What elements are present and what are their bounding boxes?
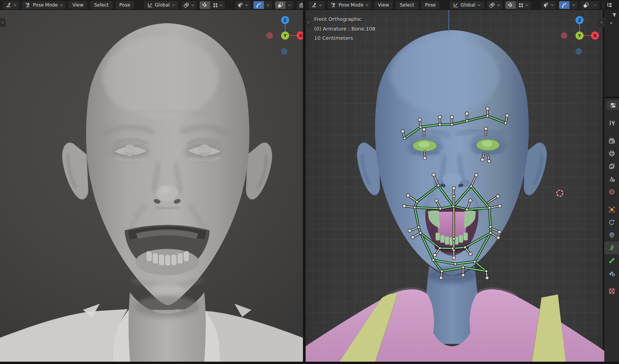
axis-x-ball[interactable]: X: [591, 32, 599, 40]
menu-select[interactable]: Select: [90, 1, 112, 9]
bone-constraints-tab-icon: [609, 270, 615, 277]
render-tab-icon: [609, 138, 615, 144]
status-bar-strip: [0, 362, 619, 364]
axis-minus-z-ball[interactable]: [281, 48, 288, 55]
overlays-dropdown[interactable]: [591, 1, 599, 9]
axis-z-ball[interactable]: Z: [576, 16, 584, 24]
gizmos-toggle[interactable]: [559, 1, 569, 9]
orientation-dropdown[interactable]: Global: [450, 1, 484, 9]
chevron-down-icon: [191, 4, 195, 7]
snap-target-dropdown[interactable]: [516, 1, 531, 9]
properties-tab-world[interactable]: [604, 185, 619, 198]
snap-group: [200, 1, 225, 9]
mode-dropdown[interactable]: Pose Mode: [328, 1, 371, 9]
gizmos-group: [559, 1, 578, 9]
properties-tab-bone[interactable]: [604, 254, 619, 267]
orientation-label: Global: [155, 2, 169, 8]
outliner-header: [604, 0, 619, 10]
navigation-gizmo[interactable]: Z Y X: [560, 14, 599, 55]
properties-tab-view-layer[interactable]: [604, 160, 619, 173]
axis-minus-x-ball[interactable]: [561, 32, 568, 39]
pivot-point-dropdown[interactable]: [487, 1, 502, 9]
pivot-point-dropdown[interactable]: [181, 1, 197, 9]
gizmos-toggle[interactable]: [253, 1, 264, 9]
sidebar-expand-arrow[interactable]: ‹: [598, 18, 604, 27]
xray-toggle[interactable]: [297, 1, 303, 9]
properties-tab-physics[interactable]: [604, 216, 619, 229]
snap-grid-icon: [518, 2, 524, 8]
gizmo-arc-icon: [256, 2, 262, 8]
menu-pose[interactable]: Pose: [421, 1, 440, 9]
properties-tab-tool[interactable]: [604, 117, 619, 129]
properties-tab-object-data[interactable]: [604, 242, 619, 254]
grid-scale-label: 10 Centimeters: [314, 34, 375, 43]
overlays-toggle[interactable]: [275, 1, 286, 9]
svg-text:Y: Y: [578, 33, 581, 38]
editor-type-button[interactable]: [3, 1, 19, 9]
svg-text:X: X: [593, 33, 597, 38]
properties-tab-render[interactable]: [604, 134, 619, 147]
viewport-left[interactable]: Pose Mode View Select Pose Global: [0, 0, 303, 362]
editor-type-button[interactable]: [309, 1, 325, 9]
filter-icon[interactable]: [611, 12, 617, 18]
constraints-tab-icon: [609, 232, 615, 238]
properties-tab-texture[interactable]: [604, 285, 619, 298]
properties-tab-bone-constraints[interactable]: [604, 267, 619, 280]
viewport-right[interactable]: Front Orthographic (0) Armature : Bone.1…: [306, 0, 604, 362]
grey-head-model: [0, 0, 303, 362]
menu-pose[interactable]: Pose: [116, 1, 134, 9]
object-visibility-dropdown[interactable]: [235, 1, 250, 9]
chevron-down-icon: [477, 4, 481, 7]
3d-cursor: [555, 189, 564, 198]
gizmos-group: [253, 1, 272, 9]
snap-toggle[interactable]: [505, 1, 516, 9]
snap-target-dropdown[interactable]: [210, 1, 225, 9]
overlays-toggle[interactable]: [581, 1, 591, 9]
output-tab-icon: [609, 150, 615, 157]
object-visibility-dropdown[interactable]: [541, 1, 556, 9]
gizmos-dropdown[interactable]: [569, 1, 578, 9]
view-name-label: Front Orthographic: [314, 15, 375, 24]
mode-dropdown[interactable]: Pose Mode: [22, 1, 65, 9]
properties-tab-output[interactable]: [604, 147, 619, 160]
properties-editor[interactable]: [604, 98, 619, 362]
grey-neck-chest: [0, 292, 303, 362]
scene-tab-icon: [609, 176, 615, 182]
xray-toggle[interactable]: [602, 1, 604, 9]
visibility-pointer-eye-icon: [237, 2, 243, 8]
navigation-gizmo[interactable]: Z Y X: [266, 14, 303, 55]
pivot-point-icon: [489, 2, 495, 8]
properties-editor-type-button[interactable]: [607, 100, 619, 110]
orientation-label: Global: [460, 2, 475, 8]
chevron-down-icon: [319, 4, 322, 7]
viewport-divider[interactable]: [303, 0, 306, 364]
menu-view[interactable]: View: [68, 1, 87, 9]
overlays-group: [581, 1, 599, 9]
snap-toggle[interactable]: [200, 1, 210, 9]
axis-minus-x-ball[interactable]: [267, 32, 273, 39]
overlays-dropdown[interactable]: [286, 1, 294, 9]
toolbar-expand-arrow[interactable]: ›: [0, 18, 6, 27]
properties-tab-scene[interactable]: [604, 173, 619, 185]
axis-x-ball[interactable]: X: [297, 32, 303, 40]
orientation-dropdown[interactable]: Global: [144, 1, 178, 9]
axis-z-ball[interactable]: Z: [281, 16, 289, 24]
properties-tab-object[interactable]: [604, 203, 619, 216]
orientation-icon: [453, 2, 458, 8]
axis-minus-z-ball[interactable]: [576, 48, 582, 55]
gizmos-dropdown[interactable]: [264, 1, 272, 9]
axis-y-ball[interactable]: Y: [576, 32, 584, 40]
properties-tab-constraints[interactable]: [604, 229, 619, 242]
viewport-menus: View Select Pose: [374, 1, 439, 9]
outliner-tree-icon[interactable]: [606, 2, 612, 8]
outliner-editor[interactable]: ▸: [604, 0, 619, 97]
physics-tab-icon: [609, 219, 615, 226]
collection-expand-arrow[interactable]: ▸: [610, 20, 612, 25]
svg-text:Z: Z: [578, 18, 581, 23]
visibility-pointer-eye-icon: [543, 2, 549, 8]
chevron-down-icon: [13, 4, 17, 7]
toolbar-expand-arrow[interactable]: ›: [306, 18, 311, 27]
menu-select[interactable]: Select: [396, 1, 418, 9]
menu-view[interactable]: View: [374, 1, 393, 9]
axis-y-ball[interactable]: Y: [281, 32, 289, 40]
